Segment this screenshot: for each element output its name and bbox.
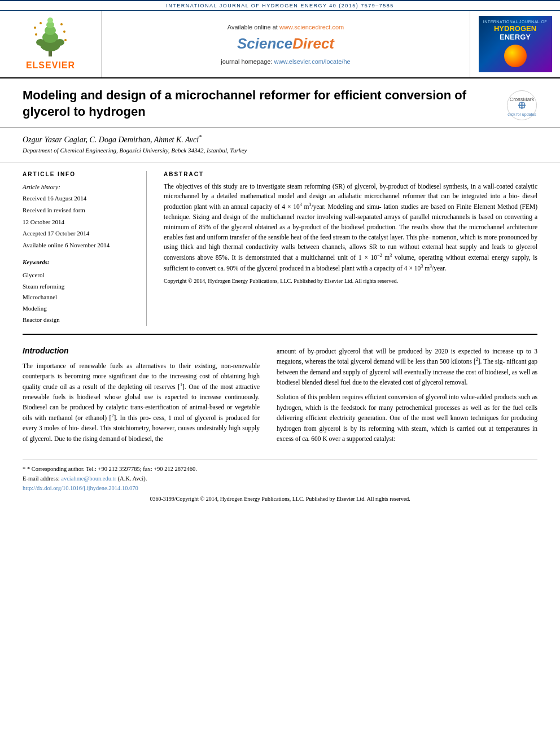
svg-point-9 bbox=[63, 30, 65, 33]
ref-2: 2 bbox=[111, 413, 113, 418]
elsevier-brand-text: ELSEVIER bbox=[26, 60, 75, 71]
keyword-reactor-design: Reactor design bbox=[23, 314, 137, 326]
body-right-col: amount of by-product glycerol that will … bbox=[277, 346, 537, 449]
page-header: ELSEVIER Available online at www.science… bbox=[0, 11, 560, 78]
authors-line: Ozgur Yasar Caglar, C. Doga Demirhan, Ah… bbox=[23, 134, 537, 145]
keyword-glycerol: Glycerol bbox=[23, 270, 137, 281]
svg-point-12 bbox=[40, 22, 42, 24]
sciencedirect-url-link[interactable]: www.sciencedirect.com bbox=[279, 24, 344, 30]
received1-date: Received 16 August 2014 bbox=[23, 193, 137, 204]
svg-point-5 bbox=[47, 18, 53, 23]
two-col-section: Article Info Article history: Received 1… bbox=[0, 163, 560, 334]
corresponding-author-note: * * Corresponding author. Tel.: +90 212 … bbox=[23, 465, 537, 474]
introduction-heading: Introduction bbox=[23, 346, 260, 355]
superscript-m3-2: 3 bbox=[390, 253, 392, 258]
svg-point-13 bbox=[60, 23, 63, 25]
hydrogen-journal-name: HYDROGEN ENERGY bbox=[494, 25, 536, 41]
superscript-m3: 3 bbox=[309, 202, 311, 207]
body-section: Introduction The importance of renewable… bbox=[0, 335, 560, 460]
svg-text:click for updates: click for updates bbox=[508, 112, 536, 117]
article-info-heading: Article Info bbox=[23, 171, 137, 177]
journal-homepage-link[interactable]: www.elsevier.com/locate/he bbox=[274, 58, 351, 65]
hydrogen-logo-box: International Journal of HYDROGEN ENERGY bbox=[479, 16, 552, 72]
science-text: Science bbox=[237, 35, 292, 52]
title-section: Modeling and design of a microchannel re… bbox=[0, 78, 560, 128]
journal-homepage: journal homepage: www.elsevier.com/locat… bbox=[221, 58, 350, 65]
hydrogen-logo-circle bbox=[504, 45, 527, 67]
direct-text: Direct bbox=[292, 35, 334, 52]
svg-point-6 bbox=[36, 39, 45, 46]
abstract-col: Abstract The objectives of this study ar… bbox=[164, 171, 537, 326]
intro-para3: Solution of this problem requires effici… bbox=[277, 392, 537, 444]
svg-point-7 bbox=[55, 39, 64, 46]
svg-point-8 bbox=[35, 33, 37, 36]
available-online-text: Available online at www.sciencedirect.co… bbox=[228, 24, 344, 30]
sciencedirect-logo: ScienceDirect bbox=[237, 35, 334, 53]
svg-point-11 bbox=[64, 39, 67, 41]
svg-point-10 bbox=[34, 27, 36, 29]
hydrogen-text: HYDROGEN bbox=[494, 24, 536, 33]
crossmark-badge: CrossMark click for updates bbox=[506, 90, 537, 121]
article-info-col: Article Info Article history: Received 1… bbox=[23, 171, 147, 326]
intl-label: International Journal of bbox=[483, 20, 547, 24]
hydrogen-energy-logo-area: International Journal of HYDROGEN ENERGY bbox=[470, 11, 560, 77]
superscript-m3-3: 3 bbox=[430, 264, 432, 269]
keyword-steam-reforming: Steam reforming bbox=[23, 281, 137, 292]
journal-header-bar: International Journal of Hydrogen Energy… bbox=[0, 0, 560, 11]
abstract-heading: Abstract bbox=[164, 171, 537, 177]
history-label: Article history: bbox=[23, 182, 137, 193]
elsevier-logo-area: ELSEVIER bbox=[0, 11, 102, 77]
abstract-text: The objectives of this study are to inve… bbox=[164, 182, 537, 274]
keyword-modeling: Modeling bbox=[23, 303, 137, 314]
footer-copyright: 0360-3199/Copyright © 2014, Hydrogen Ene… bbox=[23, 496, 537, 502]
abstract-copyright: Copyright © 2014, Hydrogen Energy Public… bbox=[164, 278, 537, 284]
doi-link[interactable]: http://dx.doi.org/10.1016/j.ijhydene.201… bbox=[23, 485, 138, 491]
authors-section: Ozgur Yasar Caglar, C. Doga Demirhan, Ah… bbox=[0, 128, 560, 157]
doi-note: http://dx.doi.org/10.1016/j.ijhydene.201… bbox=[23, 484, 537, 493]
keywords-section: Keywords: Glycerol Steam reforming Micro… bbox=[23, 259, 137, 326]
article-title: Modeling and design of a microchannel re… bbox=[23, 88, 506, 120]
ref-2b: 2 bbox=[476, 357, 478, 362]
footer-section: * * Corresponding author. Tel.: +90 212 … bbox=[23, 460, 537, 506]
received2-date: 12 October 2014 bbox=[23, 217, 137, 228]
corresponding-asterisk-footer: * bbox=[23, 466, 27, 472]
svg-text:CrossMark: CrossMark bbox=[510, 97, 535, 102]
superscript-3: 3 bbox=[300, 202, 302, 207]
keyword-microchannel: Microchannel bbox=[23, 292, 137, 303]
elsevier-logo: ELSEVIER bbox=[26, 18, 75, 71]
center-header: Available online at www.sciencedirect.co… bbox=[102, 11, 470, 77]
article-history: Article history: Received 16 August 2014… bbox=[23, 182, 137, 251]
keywords-heading: Keywords: bbox=[23, 259, 137, 265]
intro-para1: The importance of renewable fuels as alt… bbox=[23, 361, 260, 444]
ref-1: 1 bbox=[180, 382, 182, 387]
email-note: E-mail address: avciahme@boun.edu.tr (A.… bbox=[23, 474, 537, 484]
affiliation: Department of Chemical Engineering, Boga… bbox=[23, 147, 537, 154]
superscript-3b: 3 bbox=[421, 264, 423, 269]
body-left-col: Introduction The importance of renewable… bbox=[23, 346, 260, 449]
corresponding-asterisk: * bbox=[199, 134, 202, 140]
intro-para2: amount of by-product glycerol that will … bbox=[277, 346, 537, 388]
elsevier-tree-icon bbox=[30, 18, 70, 58]
superscript-neg2: −2 bbox=[377, 253, 382, 258]
email-link[interactable]: avciahme@boun.edu.tr bbox=[61, 475, 116, 482]
available-date: Available online 6 November 2014 bbox=[23, 240, 137, 251]
accepted-date: Accepted 17 October 2014 bbox=[23, 228, 137, 239]
energy-text: ENERGY bbox=[500, 33, 531, 41]
email-person: (A.K. Avci). bbox=[118, 475, 147, 482]
email-label: E-mail address: bbox=[23, 475, 60, 482]
received2-label: Received in revised form bbox=[23, 205, 137, 216]
